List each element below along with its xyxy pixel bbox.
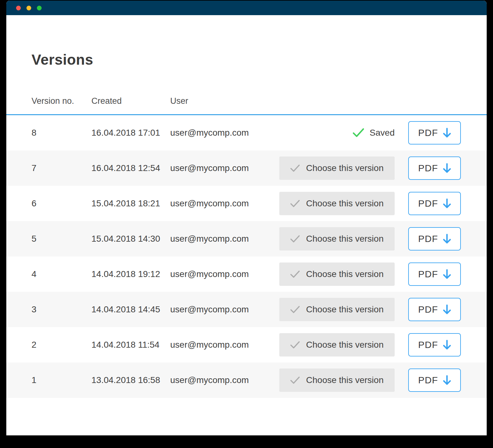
- created-cell: 14.04.2018 19:12: [91, 269, 170, 279]
- pdf-download-button[interactable]: PDF: [408, 227, 461, 251]
- check-icon: [290, 270, 300, 278]
- table-row: 5 15.04.2018 14:30 user@mycomp.com Choos…: [6, 221, 487, 256]
- pdf-download-button[interactable]: PDF: [408, 262, 461, 286]
- user-email: user@mycomp.com: [170, 375, 249, 385]
- user-cell: user@mycomp.com: [170, 269, 279, 279]
- created-timestamp: 15.04.2018 18:21: [91, 198, 160, 209]
- version-cell: 5: [32, 234, 91, 244]
- user-email: user@mycomp.com: [170, 340, 249, 350]
- pdf-label: PDF: [418, 339, 438, 350]
- table-row: 1 13.04.2018 16:58 user@mycomp.com Choos…: [6, 363, 487, 398]
- created-timestamp: 14.04.2018 19:12: [91, 269, 160, 279]
- choose-version-button[interactable]: Choose this version: [279, 262, 395, 286]
- pdf-download-button[interactable]: PDF: [408, 192, 461, 215]
- download-arrow-icon: [443, 198, 451, 209]
- version-cell: 8: [32, 128, 91, 138]
- pdf-cell: PDF: [395, 333, 461, 357]
- user-email: user@mycomp.com: [170, 234, 249, 244]
- user-email: user@mycomp.com: [170, 269, 249, 279]
- version-number: 2: [32, 340, 37, 350]
- version-number: 1: [32, 375, 37, 385]
- check-icon: [290, 200, 300, 208]
- choose-version-button[interactable]: Choose this version: [279, 333, 395, 357]
- pdf-cell: PDF: [395, 262, 461, 286]
- choose-version-label: Choose this version: [306, 304, 384, 315]
- choose-version-label: Choose this version: [306, 375, 384, 385]
- choose-version-label: Choose this version: [306, 198, 384, 209]
- table-header: Version no. Created User: [6, 96, 487, 115]
- created-cell: 14.04.2018 14:45: [91, 304, 170, 315]
- close-button[interactable]: [16, 6, 21, 10]
- created-cell: 13.04.2018 16:58: [91, 375, 170, 385]
- page-title: Versions: [32, 52, 487, 67]
- header-created: Created: [91, 96, 170, 106]
- user-email: user@mycomp.com: [170, 163, 249, 173]
- action-cell: Saved: [279, 128, 395, 138]
- pdf-download-button[interactable]: PDF: [408, 156, 461, 180]
- pdf-cell: PDF: [395, 368, 461, 392]
- action-cell: Choose this version: [279, 333, 395, 357]
- download-arrow-icon: [443, 234, 451, 244]
- user-cell: user@mycomp.com: [170, 304, 279, 315]
- fullscreen-button[interactable]: [37, 6, 42, 10]
- pdf-label: PDF: [418, 233, 438, 244]
- created-cell: 16.04.2018 17:01: [91, 128, 170, 138]
- choose-version-button[interactable]: Choose this version: [279, 368, 395, 392]
- pdf-download-button[interactable]: PDF: [408, 333, 461, 357]
- download-arrow-icon: [443, 163, 451, 173]
- user-cell: user@mycomp.com: [170, 198, 279, 209]
- action-cell: Choose this version: [279, 156, 395, 180]
- version-cell: 3: [32, 304, 91, 315]
- user-cell: user@mycomp.com: [170, 340, 279, 350]
- pdf-cell: PDF: [395, 227, 461, 251]
- version-cell: 4: [32, 269, 91, 279]
- header-user: User: [170, 96, 279, 106]
- pdf-label: PDF: [418, 127, 438, 138]
- version-cell: 6: [32, 198, 91, 209]
- table-row: 4 14.04.2018 19:12 user@mycomp.com Choos…: [6, 256, 487, 292]
- download-arrow-icon: [443, 340, 451, 350]
- created-timestamp: 16.04.2018 12:54: [91, 163, 160, 173]
- pdf-cell: PDF: [395, 298, 461, 321]
- download-arrow-icon: [443, 269, 451, 279]
- pdf-label: PDF: [418, 198, 438, 209]
- check-icon: [290, 235, 300, 243]
- check-icon: [290, 376, 300, 384]
- action-cell: Choose this version: [279, 192, 395, 215]
- choose-version-button[interactable]: Choose this version: [279, 192, 395, 215]
- table-row: 8 16.04.2018 17:01 user@mycomp.com Saved…: [6, 115, 487, 150]
- check-icon: [353, 128, 364, 138]
- user-cell: user@mycomp.com: [170, 375, 279, 385]
- user-email: user@mycomp.com: [170, 304, 249, 315]
- saved-label: Saved: [370, 128, 395, 138]
- version-cell: 7: [32, 163, 91, 173]
- user-cell: user@mycomp.com: [170, 163, 279, 173]
- table-body: 8 16.04.2018 17:01 user@mycomp.com Saved…: [6, 115, 487, 398]
- created-timestamp: 14.04.2018 11:54: [91, 340, 160, 350]
- pdf-download-button[interactable]: PDF: [408, 368, 461, 392]
- pdf-label: PDF: [418, 163, 438, 174]
- download-arrow-icon: [443, 128, 451, 138]
- download-arrow-icon: [443, 375, 451, 385]
- minimize-button[interactable]: [26, 6, 31, 10]
- pdf-cell: PDF: [395, 192, 461, 215]
- action-cell: Choose this version: [279, 262, 395, 286]
- choose-version-button[interactable]: Choose this version: [279, 156, 395, 180]
- created-cell: 15.04.2018 18:21: [91, 198, 170, 209]
- table-row: 6 15.04.2018 18:21 user@mycomp.com Choos…: [6, 186, 487, 221]
- created-cell: 15.04.2018 14:30: [91, 234, 170, 244]
- download-arrow-icon: [443, 304, 451, 315]
- choose-version-label: Choose this version: [306, 269, 384, 279]
- pdf-cell: PDF: [395, 121, 461, 144]
- created-timestamp: 15.04.2018 14:30: [91, 234, 160, 244]
- choose-version-button[interactable]: Choose this version: [279, 298, 395, 321]
- action-cell: Choose this version: [279, 227, 395, 251]
- check-icon: [290, 164, 300, 172]
- choose-version-button[interactable]: Choose this version: [279, 227, 395, 251]
- check-icon: [290, 341, 300, 349]
- pdf-download-button[interactable]: PDF: [408, 121, 461, 144]
- app-window: Versions Version no. Created User 8 16.0…: [6, 1, 487, 435]
- user-cell: user@mycomp.com: [170, 234, 279, 244]
- version-number: 8: [32, 128, 37, 138]
- pdf-download-button[interactable]: PDF: [408, 298, 461, 321]
